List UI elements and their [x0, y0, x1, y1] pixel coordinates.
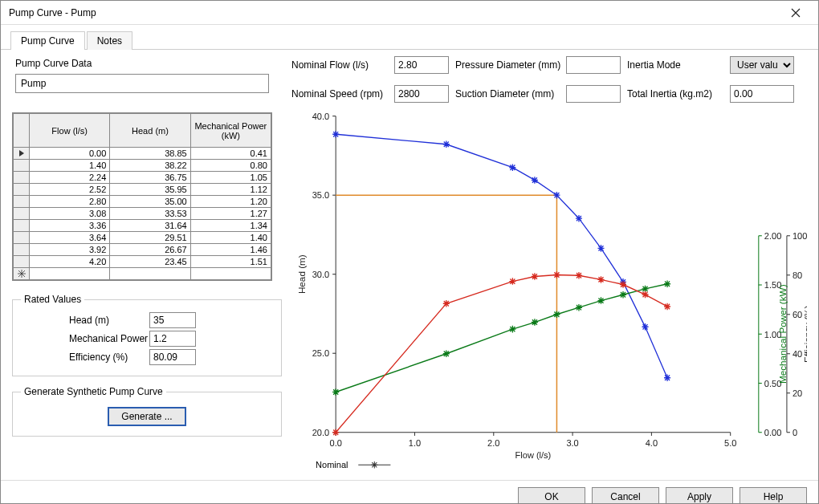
pump-curve-data-label: Pump Curve Data [15, 58, 282, 69]
close-icon[interactable] [780, 2, 812, 24]
table-row-new[interactable] [14, 268, 271, 280]
table-row[interactable]: 0.0038.850.41 [14, 148, 271, 160]
table-cell[interactable]: 23.45 [110, 256, 190, 268]
table-cell[interactable]: 2.24 [30, 172, 110, 184]
table-cell[interactable]: 0.00 [30, 148, 110, 160]
window-title: Pump Curve - Pump [9, 7, 780, 18]
pressure-diameter-label: Pressure Diameter (mm) [455, 59, 560, 71]
table-cell[interactable]: 29.51 [110, 232, 190, 244]
table-cell[interactable]: 33.53 [110, 208, 190, 220]
table-cell[interactable]: 1.27 [190, 208, 271, 220]
svg-text:80: 80 [793, 270, 802, 280]
table-cell[interactable]: 31.64 [110, 220, 190, 232]
col-header-flow[interactable]: Flow (l/s) [30, 114, 110, 148]
svg-text:35.0: 35.0 [312, 190, 329, 200]
nominal-speed-input[interactable] [394, 85, 449, 103]
parameter-grid: Nominal Flow (l/s) Pressure Diameter (mm… [291, 56, 807, 103]
rated-values-legend: Rated Values [21, 294, 84, 305]
table-cell[interactable]: 3.08 [30, 208, 110, 220]
svg-text:0.0: 0.0 [329, 437, 341, 447]
table-cell[interactable]: 1.46 [190, 244, 271, 256]
table-cell[interactable]: 1.20 [190, 196, 271, 208]
table-cell[interactable]: 1.51 [190, 256, 271, 268]
pump-curve-chart: 20.025.030.035.040.00.01.02.03.04.05.00.… [291, 108, 807, 475]
table-cell[interactable]: 1.40 [190, 232, 271, 244]
table-cell[interactable]: 35.00 [110, 196, 190, 208]
svg-text:4.0: 4.0 [646, 437, 658, 447]
table-cell[interactable]: 38.22 [110, 160, 190, 172]
table-row[interactable]: 4.2023.451.51 [14, 256, 271, 268]
table-cell[interactable]: 3.64 [30, 232, 110, 244]
svg-text:0: 0 [793, 428, 797, 437]
svg-text:1.0: 1.0 [409, 437, 421, 447]
svg-text:2.00: 2.00 [764, 231, 781, 241]
inertia-mode-label: Inertia Mode [627, 59, 723, 71]
rated-head-label: Head (m) [21, 315, 149, 326]
ok-button[interactable]: OK [518, 487, 585, 505]
svg-text:40: 40 [793, 349, 802, 359]
table-cell[interactable]: 3.36 [30, 220, 110, 232]
rated-power-label: Mechanical Power [21, 333, 149, 344]
table-row[interactable]: 3.3631.641.34 [14, 220, 271, 232]
generate-button[interactable]: Generate ... [108, 407, 186, 426]
cancel-button[interactable]: Cancel [592, 487, 659, 505]
table-cell[interactable]: 3.92 [30, 244, 110, 256]
suction-diameter-label: Suction Diameter (mm) [455, 88, 560, 100]
tab-pump-curve[interactable]: Pump Curve [10, 31, 85, 50]
table-cell[interactable] [30, 268, 110, 280]
table-row[interactable]: 2.5235.951.12 [14, 184, 271, 196]
table-row[interactable]: 3.6429.511.40 [14, 232, 271, 244]
svg-text:100: 100 [793, 231, 807, 241]
table-cell[interactable]: 26.67 [110, 244, 190, 256]
table-row[interactable]: 2.2436.751.05 [14, 172, 271, 184]
rated-head-input[interactable] [149, 312, 196, 328]
table-cell[interactable]: 0.41 [190, 148, 271, 160]
table-cell[interactable] [190, 268, 271, 280]
table-cell[interactable]: 38.85 [110, 148, 190, 160]
data-grid[interactable]: Flow (l/s) Head (m) Mechanical Power (kW… [12, 112, 272, 281]
inertia-mode-select[interactable]: User value [730, 56, 794, 74]
nominal-flow-input[interactable] [394, 56, 449, 74]
table-cell[interactable]: 2.52 [30, 184, 110, 196]
table-cell[interactable] [110, 268, 190, 280]
table-cell[interactable]: 1.40 [30, 160, 110, 172]
svg-text:30.0: 30.0 [312, 270, 329, 279]
svg-text:Mechanical Power (kW): Mechanical Power (kW) [778, 284, 788, 384]
generate-group: Generate Synthetic Pump Curve Generate .… [12, 386, 282, 437]
apply-button[interactable]: Apply [666, 487, 733, 505]
svg-text:3.0: 3.0 [566, 437, 578, 447]
table-cell[interactable]: 4.20 [30, 256, 110, 268]
table-cell[interactable]: 1.05 [190, 172, 271, 184]
table-cell[interactable]: 36.75 [110, 172, 190, 184]
nominal-flow-label: Nominal Flow (l/s) [291, 59, 388, 71]
suction-diameter-input[interactable] [566, 85, 621, 103]
table-cell[interactable]: 0.80 [190, 160, 271, 172]
table-row[interactable]: 3.9226.671.46 [14, 244, 271, 256]
help-button[interactable]: Help [740, 487, 807, 505]
svg-text:Efficiency (%): Efficiency (%) [803, 305, 807, 363]
col-header-head[interactable]: Head (m) [110, 114, 190, 148]
svg-text:0.00: 0.00 [764, 428, 781, 437]
pressure-diameter-input[interactable] [566, 56, 621, 74]
table-cell[interactable]: 1.34 [190, 220, 271, 232]
table-cell[interactable]: 35.95 [110, 184, 190, 196]
pump-name-input[interactable] [15, 74, 269, 93]
total-inertia-label: Total Inertia (kg.m2) [627, 88, 723, 100]
row-header-corner [14, 114, 30, 148]
rated-power-input[interactable] [149, 331, 196, 347]
table-row[interactable]: 3.0833.531.27 [14, 208, 271, 220]
table-cell[interactable]: 2.80 [30, 196, 110, 208]
nominal-speed-label: Nominal Speed (rpm) [291, 88, 388, 100]
col-header-power[interactable]: Mechanical Power (kW) [190, 114, 271, 148]
table-cell[interactable]: 1.12 [190, 184, 271, 196]
total-inertia-input[interactable] [730, 85, 794, 103]
svg-text:Flow (l/s): Flow (l/s) [515, 449, 552, 459]
table-row[interactable]: 2.8035.001.20 [14, 196, 271, 208]
svg-text:60: 60 [793, 310, 802, 319]
svg-text:2.0: 2.0 [487, 437, 499, 447]
dialog-footer: OK Cancel Apply Help [1, 480, 818, 504]
svg-text:Nominal: Nominal [316, 460, 348, 469]
table-row[interactable]: 1.4038.220.80 [14, 160, 271, 172]
tab-notes[interactable]: Notes [87, 31, 132, 50]
rated-eff-input[interactable] [149, 349, 196, 365]
